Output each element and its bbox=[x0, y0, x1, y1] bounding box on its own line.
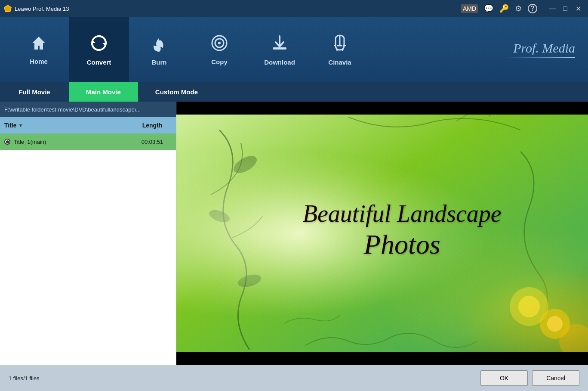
tab-full-movie[interactable]: Full Movie bbox=[0, 82, 69, 102]
amd-icon[interactable]: AMD bbox=[461, 4, 478, 13]
brand-logo: Prof. Media bbox=[506, 41, 575, 58]
svg-marker-4 bbox=[102, 43, 106, 47]
right-panel: Beautiful Landscape Photos bbox=[176, 102, 588, 365]
video-bottom-bar bbox=[176, 352, 588, 365]
table-header: Title ▾ Length bbox=[0, 117, 176, 133]
minimize-button[interactable]: — bbox=[546, 3, 559, 15]
row-length-cell: 00:03:51 bbox=[133, 139, 172, 145]
svg-point-7 bbox=[218, 42, 221, 44]
convert-icon bbox=[89, 34, 108, 55]
nav-item-convert[interactable]: Convert bbox=[69, 17, 129, 82]
help-icon[interactable]: ? bbox=[528, 4, 537, 13]
row-title-cell: Title_1(main) bbox=[4, 139, 133, 145]
svg-rect-8 bbox=[273, 47, 286, 50]
col-title: Title ▾ bbox=[4, 122, 133, 129]
nav-items: Home Convert Burn bbox=[9, 17, 370, 82]
left-panel: F:\writable folder\test-movie\DVD\beauti… bbox=[0, 102, 176, 365]
maximize-button[interactable]: □ bbox=[559, 3, 572, 15]
svg-point-17 bbox=[518, 296, 540, 317]
chat-icon[interactable]: 💬 bbox=[484, 4, 493, 13]
nav-item-download[interactable]: Download bbox=[249, 17, 310, 82]
download-icon bbox=[271, 34, 289, 55]
sort-arrow-icon[interactable]: ▾ bbox=[19, 123, 22, 128]
ok-button[interactable]: OK bbox=[480, 370, 528, 386]
tabs-bar: Full Movie Main Movie Custom Mode bbox=[0, 82, 588, 102]
video-preview: Beautiful Landscape Photos bbox=[176, 115, 588, 352]
file-path-row: F:\writable folder\test-movie\DVD\beauti… bbox=[0, 102, 176, 117]
row-title-text: Title_1(main) bbox=[14, 139, 46, 145]
nav-label-cinavia: Cinavia bbox=[328, 59, 351, 66]
table-row[interactable]: Title_1(main) 00:03:51 bbox=[0, 133, 176, 150]
nav-item-burn[interactable]: Burn bbox=[129, 17, 189, 82]
video-title: Beautiful Landscape Photos bbox=[303, 199, 502, 261]
nav-label-burn: Burn bbox=[152, 59, 167, 66]
col-title-label: Title bbox=[4, 122, 17, 129]
bottom-bar: 1 files/1 files OK Cancel bbox=[0, 365, 588, 391]
nav-bar: Home Convert Burn bbox=[0, 17, 588, 82]
video-background: Beautiful Landscape Photos bbox=[176, 115, 588, 352]
burn-icon bbox=[151, 34, 168, 55]
nav-item-home[interactable]: Home bbox=[9, 17, 69, 82]
table-empty-area bbox=[0, 150, 176, 365]
cancel-button[interactable]: Cancel bbox=[532, 370, 579, 386]
nav-label-copy: Copy bbox=[211, 58, 228, 65]
brand-name: Prof. Media bbox=[506, 41, 575, 56]
app-icon bbox=[3, 4, 12, 13]
nav-item-copy[interactable]: Copy bbox=[189, 17, 249, 82]
video-title-line2: Photos bbox=[364, 229, 440, 260]
title-bar-left: Leawo Prof. Media 13 bbox=[3, 4, 69, 13]
nav-item-cinavia[interactable]: Cinavia bbox=[310, 17, 370, 82]
close-button[interactable]: ✕ bbox=[572, 3, 585, 15]
nav-label-convert: Convert bbox=[87, 59, 111, 66]
app-title: Leawo Prof. Media 13 bbox=[15, 6, 69, 12]
gear-icon[interactable]: ⚙ bbox=[515, 4, 522, 13]
video-title-line1: Beautiful Landscape bbox=[303, 200, 502, 227]
main-split: F:\writable folder\test-movie\DVD\beauti… bbox=[0, 102, 588, 365]
copy-icon bbox=[210, 34, 228, 55]
nav-label-home: Home bbox=[30, 58, 48, 65]
filepath-text: F:\writable folder\test-movie\DVD\beauti… bbox=[4, 106, 141, 113]
status-text: 1 files/1 files bbox=[9, 375, 40, 382]
title-bar: Leawo Prof. Media 13 AMD 💬 🔑 ⚙ ? — □ ✕ bbox=[0, 0, 588, 17]
svg-marker-2 bbox=[32, 37, 45, 50]
content-area: F:\writable folder\test-movie\DVD\beauti… bbox=[0, 102, 588, 365]
bottom-buttons: OK Cancel bbox=[480, 370, 579, 386]
cinavia-icon bbox=[331, 34, 348, 55]
titlebar-right: AMD 💬 🔑 ⚙ ? — □ ✕ bbox=[461, 3, 585, 15]
nav-label-download: Download bbox=[264, 59, 295, 66]
video-top-bar bbox=[176, 102, 588, 115]
sys-icons: AMD 💬 🔑 ⚙ ? bbox=[461, 4, 537, 13]
col-length: Length bbox=[133, 122, 172, 129]
tab-main-movie[interactable]: Main Movie bbox=[69, 82, 138, 102]
brand-underline bbox=[506, 57, 575, 58]
row-radio[interactable] bbox=[4, 139, 10, 145]
svg-point-18 bbox=[547, 316, 563, 332]
key-icon[interactable]: 🔑 bbox=[499, 4, 509, 13]
tab-custom-mode[interactable]: Custom Mode bbox=[138, 82, 215, 102]
home-icon bbox=[30, 34, 47, 54]
